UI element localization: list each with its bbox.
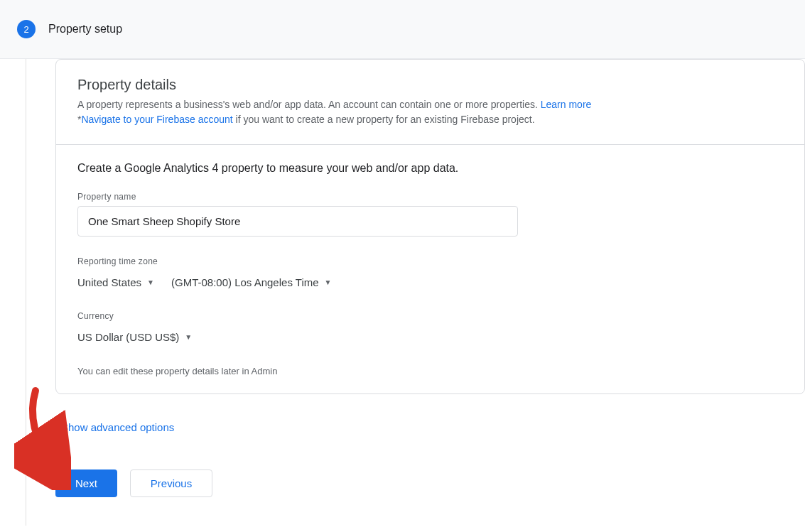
edit-later-hint: You can edit these property details late… (77, 366, 783, 376)
timeline-line (26, 59, 26, 526)
next-button[interactable]: Next (55, 469, 117, 497)
timezone-value: (GMT-08:00) Los Angeles Time (171, 276, 319, 288)
show-advanced-options-link[interactable]: Show advanced options (61, 421, 174, 433)
property-details-description: A property represents a business's web a… (77, 97, 783, 127)
property-details-heading: Property details (77, 77, 783, 93)
learn-more-link[interactable]: Learn more (541, 99, 592, 110)
chevron-down-icon: ▼ (185, 333, 192, 341)
currency-group: Currency US Dollar (USD US$) ▼ (77, 311, 783, 346)
currency-value: US Dollar (USD US$) (77, 331, 179, 343)
currency-dropdown[interactable]: US Dollar (USD US$) ▼ (77, 328, 192, 346)
chevron-down-icon: ▼ (147, 278, 154, 286)
step-number-badge: 2 (17, 20, 36, 38)
step-header: 2 Property setup (0, 0, 805, 59)
timezone-group: Reporting time zone United States ▼ (GMT… (77, 256, 783, 291)
property-name-group: Property name (77, 192, 783, 237)
firebase-suffix: if you want to create a new property for… (233, 114, 535, 125)
property-name-input[interactable] (77, 206, 518, 237)
timezone-value-dropdown[interactable]: (GMT-08:00) Los Angeles Time ▼ (171, 273, 332, 291)
firebase-link[interactable]: Navigate to your Firebase account (81, 114, 232, 125)
chevron-down-icon: ▼ (325, 278, 332, 286)
button-row: Next Previous (55, 469, 805, 497)
property-details-card: Property details A property represents a… (55, 59, 805, 394)
description-text: A property represents a business's web a… (77, 99, 541, 110)
form-sub-heading: Create a Google Analytics 4 property to … (77, 162, 783, 175)
property-name-label: Property name (77, 192, 783, 202)
timezone-label: Reporting time zone (77, 256, 783, 266)
previous-button[interactable]: Previous (130, 469, 212, 497)
currency-label: Currency (77, 311, 783, 321)
timezone-country-dropdown[interactable]: United States ▼ (77, 273, 154, 291)
timezone-country-value: United States (77, 276, 141, 288)
step-title: Property setup (48, 23, 122, 36)
